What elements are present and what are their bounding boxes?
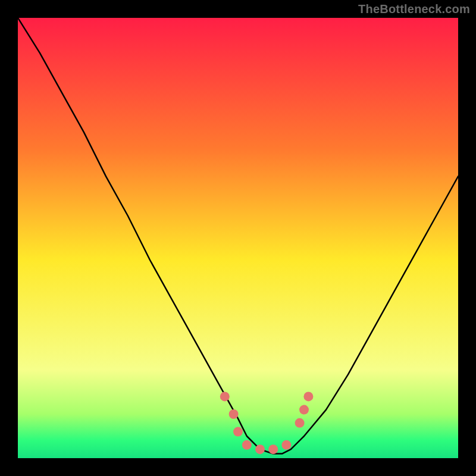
bottleneck-chart bbox=[18, 18, 458, 458]
gradient-background bbox=[18, 18, 458, 458]
curve-marker bbox=[268, 444, 278, 454]
chart-frame: TheBottleneck.com bbox=[0, 0, 476, 476]
curve-marker bbox=[295, 418, 305, 428]
curve-marker bbox=[233, 427, 243, 437]
plot-area bbox=[18, 18, 458, 458]
curve-marker bbox=[220, 392, 230, 401]
curve-marker bbox=[242, 440, 252, 450]
curve-marker bbox=[299, 405, 309, 415]
curve-marker bbox=[229, 409, 239, 419]
watermark-text: TheBottleneck.com bbox=[358, 2, 470, 16]
curve-marker bbox=[303, 392, 313, 401]
curve-marker bbox=[255, 444, 265, 454]
curve-marker bbox=[281, 440, 291, 450]
